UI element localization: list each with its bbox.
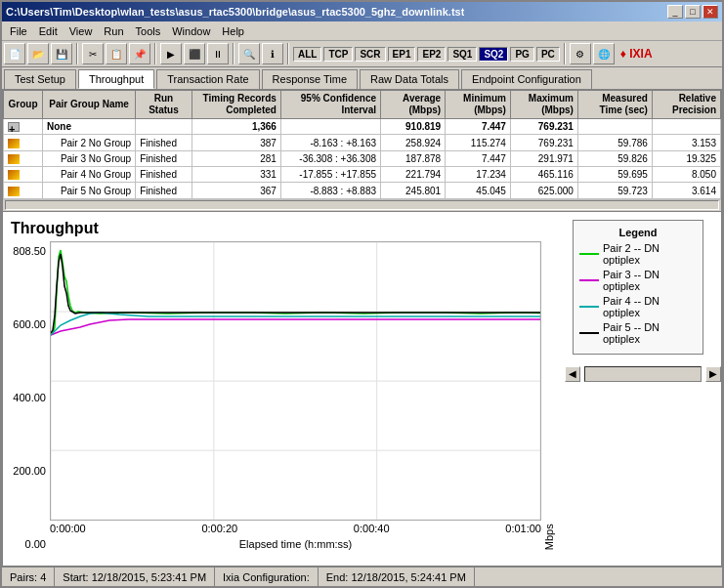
table-row[interactable]: Pair 4 No Group Finished 331 -17.855 : +… xyxy=(4,167,721,183)
cell-conf: -36.308 : +36.308 xyxy=(280,150,380,166)
tab-test-setup[interactable]: Test Setup xyxy=(4,69,76,89)
cell-rel: 19.325 xyxy=(652,150,720,166)
badge-pg[interactable]: PG xyxy=(510,47,533,62)
menu-help[interactable]: Help xyxy=(216,23,250,39)
menu-tools[interactable]: Tools xyxy=(130,23,167,39)
run-button[interactable]: ▶ xyxy=(160,43,182,64)
legend-label-pair3: Pair 3 -- DN optiplex xyxy=(603,269,697,292)
cell-max: 291.971 xyxy=(510,150,577,166)
cell-avg: 258.924 xyxy=(381,135,446,150)
cell-max: 465.116 xyxy=(510,167,577,183)
legend-item-pair5: Pair 5 -- DN optiplex xyxy=(579,321,697,345)
cell-group xyxy=(4,150,43,166)
menu-edit[interactable]: Edit xyxy=(33,23,64,39)
badge-sq2[interactable]: SQ2 xyxy=(479,47,508,62)
cell-pair-name: Pair 4 No Group xyxy=(43,167,136,183)
new-button[interactable]: 📄 xyxy=(4,43,25,64)
title-bar: C:\Users\Tim\Desktop\wlan_tests\asus_rta… xyxy=(2,2,722,21)
pair2-line xyxy=(51,250,540,335)
open-button[interactable]: 📂 xyxy=(27,43,49,64)
col-header-pair: Pair Group Name xyxy=(43,91,136,119)
scroll-left-button[interactable]: ◀ xyxy=(565,366,580,382)
maximize-button[interactable]: □ xyxy=(685,5,701,19)
chart-h-scrollbar[interactable] xyxy=(584,366,702,382)
chart-svg xyxy=(51,242,540,520)
y-tick-600: 600.00 xyxy=(13,318,46,330)
y-tick-max: 808.50 xyxy=(13,245,46,257)
toolbar-sep-2 xyxy=(154,43,156,64)
cell-group: + xyxy=(4,119,43,135)
cell-group xyxy=(4,135,43,150)
cell-timing: 281 xyxy=(192,150,280,166)
cell-run-status: Finished xyxy=(136,150,192,166)
cell-meas: 59.695 xyxy=(577,167,652,183)
scroll-right-button[interactable]: ▶ xyxy=(705,366,721,382)
chart-area: Throughput 808.50 600.00 400.00 200.00 0… xyxy=(3,212,721,566)
status-start: Start: 12/18/2015, 5:23:41 PM xyxy=(55,567,215,586)
x-tick-40: 0:00:40 xyxy=(354,523,390,534)
badge-ep2[interactable]: EP2 xyxy=(417,47,446,62)
col-header-max: Maximum (Mbps) xyxy=(510,91,577,119)
legend-line-pair4 xyxy=(579,306,599,308)
expand-icon[interactable]: + xyxy=(8,122,20,132)
menu-window[interactable]: Window xyxy=(166,23,216,39)
tab-throughput[interactable]: Throughput xyxy=(78,69,154,89)
tab-raw-data[interactable]: Raw Data Totals xyxy=(360,69,459,89)
legend-line-pair2 xyxy=(579,253,599,255)
legend-line-pair5 xyxy=(579,332,599,334)
pair3-line xyxy=(51,319,540,335)
status-bar: Pairs: 4 Start: 12/18/2015, 5:23:41 PM I… xyxy=(2,567,722,586)
table-row[interactable]: Pair 5 No Group Finished 367 -8.883 : +8… xyxy=(4,183,721,198)
badge-pc[interactable]: PC xyxy=(536,47,560,62)
close-button[interactable]: ✕ xyxy=(703,5,718,19)
badge-scr[interactable]: SCR xyxy=(355,47,385,62)
col-header-avg: Average (Mbps) xyxy=(381,91,446,119)
cell-conf: -8.883 : +8.883 xyxy=(280,183,380,198)
tab-response-time[interactable]: Response Time xyxy=(262,69,358,89)
table-row[interactable]: Pair 2 No Group Finished 387 -8.163 : +8… xyxy=(4,135,721,150)
horizontal-scrollbar[interactable] xyxy=(5,200,719,210)
copy-button[interactable]: 📋 xyxy=(106,43,127,64)
legend-box: Legend Pair 2 -- DN optiplex Pair 3 -- D… xyxy=(573,220,703,355)
cell-avg: 245.801 xyxy=(381,183,446,198)
cell-rel: 3.614 xyxy=(652,183,720,198)
menu-run[interactable]: Run xyxy=(98,23,129,39)
badge-sq1[interactable]: SQ1 xyxy=(447,47,477,62)
table-row[interactable]: + None 1,366 910.819 7.447 769.231 xyxy=(4,119,721,135)
title-bar-buttons: _ □ ✕ xyxy=(667,5,718,19)
cell-run-status: Finished xyxy=(136,167,192,183)
zoom-button[interactable]: 🔍 xyxy=(238,43,260,64)
pair-icon xyxy=(8,187,20,196)
x-tick-60: 0:01:00 xyxy=(505,523,541,534)
x-tick-0: 0:00:00 xyxy=(50,523,86,534)
badge-ep1[interactable]: EP1 xyxy=(388,47,416,62)
save-button[interactable]: 💾 xyxy=(51,43,72,64)
y-tick-400: 400.00 xyxy=(13,392,46,403)
badge-all[interactable]: ALL xyxy=(293,47,321,62)
settings-button[interactable]: ⚙ xyxy=(570,43,591,64)
cell-timing: 367 xyxy=(192,183,280,198)
paste-button[interactable]: 📌 xyxy=(129,43,150,64)
cell-meas: 59.723 xyxy=(577,183,652,198)
menu-view[interactable]: View xyxy=(64,23,99,39)
info-button[interactable]: ℹ xyxy=(262,43,283,64)
pause-button[interactable]: ⏸ xyxy=(207,43,229,64)
table-row[interactable]: Pair 3 No Group Finished 281 -36.308 : +… xyxy=(4,150,721,166)
cell-pair-name: Pair 2 No Group xyxy=(43,135,136,150)
stop-button[interactable]: ⬛ xyxy=(184,43,205,64)
badge-tcp[interactable]: TCP xyxy=(323,47,353,62)
minimize-button[interactable]: _ xyxy=(667,5,683,19)
tab-endpoint-config[interactable]: Endpoint Configuration xyxy=(461,69,592,89)
toolbar-1: 📄 📂 💾 ✂ 📋 📌 ▶ ⬛ ⏸ 🔍 ℹ ALL TCP SCR EP1 EP… xyxy=(2,41,722,67)
menu-file[interactable]: File xyxy=(4,23,33,39)
pair4-line xyxy=(51,313,540,335)
col-header-run: Run Status xyxy=(136,91,192,119)
tab-transaction-rate[interactable]: Transaction Rate xyxy=(156,69,259,89)
cell-run-status: Finished xyxy=(136,135,192,150)
network-button[interactable]: 🌐 xyxy=(593,43,615,64)
status-ixia: Ixia Configuration: xyxy=(215,567,319,586)
chart-main: Throughput 808.50 600.00 400.00 200.00 0… xyxy=(3,212,565,566)
legend-label-pair4: Pair 4 -- DN optiplex xyxy=(603,295,697,318)
status-end: End: 12/18/2015, 5:24:41 PM xyxy=(319,567,475,586)
cut-button[interactable]: ✂ xyxy=(82,43,104,64)
